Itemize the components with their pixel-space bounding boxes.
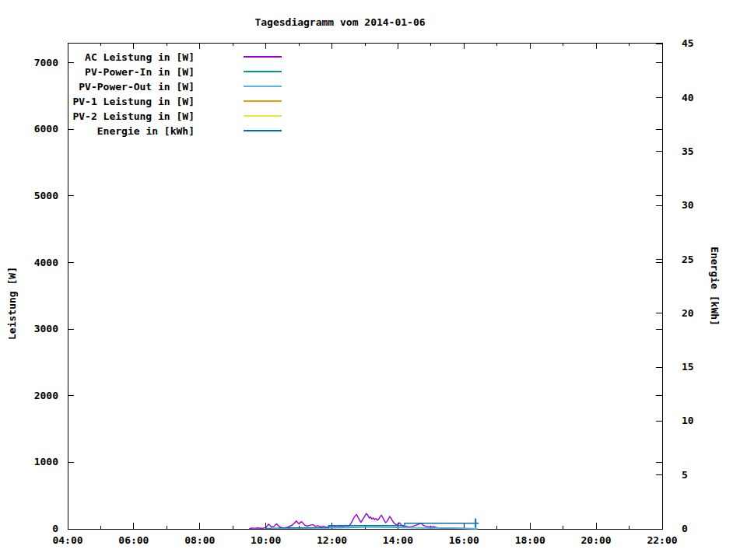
x-axis-tick-label: 22:00 (647, 534, 677, 546)
x-axis-tick-label: 06:00 (118, 534, 149, 546)
legend-line-sample-pv-power-in (244, 71, 282, 72)
x-axis-tick-label: 10:00 (251, 534, 281, 546)
legend-row-ac-leistung: AC Leistung in [W] (0, 50, 747, 65)
x-axis-tick-label: 08:00 (184, 534, 215, 546)
legend-row-pv-power-out: PV-Power-Out in [W] (0, 79, 747, 94)
left-axis-tick-label: 1000 (34, 456, 58, 467)
x-axis-tick-label: 18:00 (515, 534, 545, 546)
right-axis-tick-label: 10 (682, 415, 694, 426)
legend-line-sample-energie (244, 130, 282, 131)
legend-line-sample-ac-leistung (244, 56, 282, 58)
legend-label-pv-power-out: PV-Power-Out in [W] (79, 79, 195, 94)
legend-row-energie: Energie in [kWh] (0, 124, 747, 138)
right-axis-tick-label: 20 (682, 307, 694, 319)
left-axis-tick-label: 3000 (34, 323, 58, 334)
legend-label-pv-power-in: PV-Power-In in [W] (85, 65, 195, 79)
x-axis-tick-label: 14:00 (383, 534, 413, 546)
legend-line-sample-pv-power-out (244, 86, 282, 87)
x-axis-tick-label: 16:00 (449, 534, 479, 546)
right-axis-tick-label: 30 (682, 199, 694, 211)
right-axis-tick-label: 35 (682, 145, 694, 157)
legend-row-pv1-leistung: PV-1 Leistung in [W] (0, 94, 747, 109)
left-axis-tick-label: 4000 (34, 257, 58, 268)
right-axis-tick-label: 5 (682, 469, 688, 481)
legend-line-sample-pv1-leistung (244, 100, 282, 102)
legend-row-pv-power-in: PV-Power-In in [W] (0, 65, 747, 79)
legend-label-ac-leistung: AC Leistung in [W] (85, 50, 195, 65)
legend-label-pv2-leistung: PV-2 Leistung in [W] (72, 109, 195, 124)
left-axis-tick-label: 0 (52, 523, 58, 534)
legend-label-pv1-leistung: PV-1 Leistung in [W] (72, 94, 195, 109)
x-axis-tick-label: 12:00 (317, 534, 347, 546)
legend-line-sample-pv2-leistung (244, 115, 282, 117)
right-axis-tick-label: 0 (682, 523, 688, 534)
x-axis-tick-label: 20:00 (581, 534, 612, 546)
left-axis-tick-label: 5000 (34, 190, 58, 201)
x-axis-tick-label: 04:00 (52, 534, 82, 546)
right-axis-tick-label: 45 (682, 37, 694, 49)
chart-canvas: Tagesdiagramm vom 2014-01-06 Leistung [W… (0, 0, 747, 560)
left-axis-tick-label: 2000 (34, 390, 58, 401)
legend-row-pv2-leistung: PV-2 Leistung in [W] (0, 109, 747, 124)
right-axis-tick-label: 25 (682, 254, 694, 265)
right-axis-tick-label: 15 (682, 361, 694, 373)
legend-label-energie: Energie in [kWh] (97, 124, 195, 138)
